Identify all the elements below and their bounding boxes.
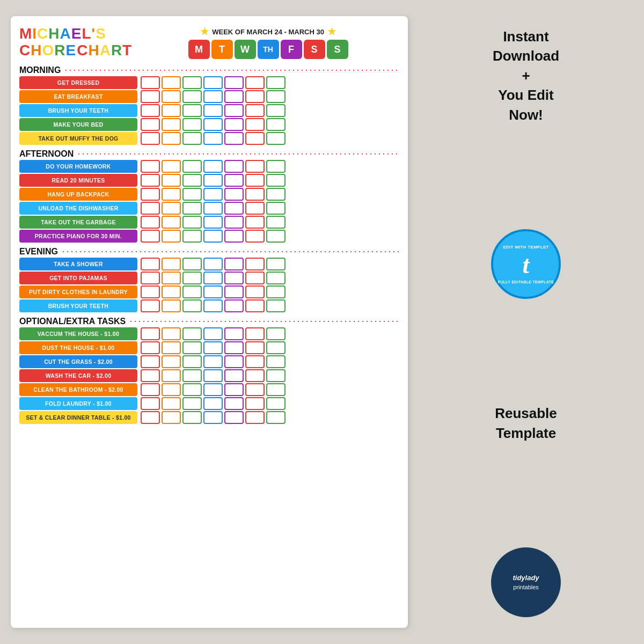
checkbox[interactable]: [141, 397, 160, 410]
checkbox[interactable]: [245, 341, 265, 354]
checkbox[interactable]: [182, 118, 202, 131]
checkbox[interactable]: [141, 341, 160, 354]
checkbox[interactable]: [245, 411, 265, 424]
checkbox[interactable]: [162, 355, 181, 368]
checkbox[interactable]: [203, 411, 223, 424]
checkbox[interactable]: [182, 383, 202, 396]
checkbox[interactable]: [266, 76, 286, 89]
checkbox[interactable]: [182, 272, 202, 284]
checkbox[interactable]: [141, 355, 160, 368]
checkbox[interactable]: [182, 355, 202, 368]
checkbox[interactable]: [266, 118, 286, 131]
checkbox[interactable]: [245, 327, 265, 340]
checkbox[interactable]: [245, 230, 265, 243]
checkbox[interactable]: [224, 76, 244, 89]
checkbox[interactable]: [224, 327, 244, 340]
checkbox[interactable]: [182, 160, 202, 173]
checkbox[interactable]: [182, 132, 202, 145]
checkbox[interactable]: [162, 90, 181, 103]
checkbox[interactable]: [266, 272, 286, 284]
checkbox[interactable]: [245, 383, 265, 396]
checkbox[interactable]: [224, 272, 244, 284]
checkbox[interactable]: [203, 174, 223, 187]
checkbox[interactable]: [162, 174, 181, 187]
checkbox[interactable]: [245, 174, 265, 187]
checkbox[interactable]: [266, 383, 286, 396]
checkbox[interactable]: [182, 230, 202, 243]
checkbox[interactable]: [266, 188, 286, 201]
checkbox[interactable]: [203, 90, 223, 103]
checkbox[interactable]: [224, 286, 244, 298]
checkbox[interactable]: [141, 230, 160, 243]
checkbox[interactable]: [203, 355, 223, 368]
checkbox[interactable]: [162, 216, 181, 229]
checkbox[interactable]: [182, 188, 202, 201]
checkbox[interactable]: [203, 286, 223, 298]
checkbox[interactable]: [203, 202, 223, 215]
checkbox[interactable]: [266, 327, 286, 340]
checkbox[interactable]: [182, 216, 202, 229]
checkbox[interactable]: [224, 132, 244, 145]
checkbox[interactable]: [224, 355, 244, 368]
checkbox[interactable]: [224, 160, 244, 173]
checkbox[interactable]: [266, 299, 286, 312]
checkbox[interactable]: [224, 216, 244, 229]
checkbox[interactable]: [141, 299, 160, 312]
checkbox[interactable]: [182, 286, 202, 298]
checkbox[interactable]: [141, 188, 160, 201]
checkbox[interactable]: [245, 258, 265, 270]
checkbox[interactable]: [266, 216, 286, 229]
checkbox[interactable]: [182, 202, 202, 215]
checkbox[interactable]: [162, 258, 181, 270]
checkbox[interactable]: [182, 327, 202, 340]
checkbox[interactable]: [162, 230, 181, 243]
checkbox[interactable]: [141, 118, 160, 131]
checkbox[interactable]: [203, 104, 223, 117]
checkbox[interactable]: [224, 299, 244, 312]
checkbox[interactable]: [182, 341, 202, 354]
checkbox[interactable]: [203, 272, 223, 284]
checkbox[interactable]: [266, 411, 286, 424]
checkbox[interactable]: [182, 369, 202, 382]
checkbox[interactable]: [224, 369, 244, 382]
checkbox[interactable]: [203, 216, 223, 229]
checkbox[interactable]: [203, 76, 223, 89]
checkbox[interactable]: [162, 299, 181, 312]
checkbox[interactable]: [141, 90, 160, 103]
checkbox[interactable]: [162, 188, 181, 201]
checkbox[interactable]: [203, 299, 223, 312]
checkbox[interactable]: [162, 118, 181, 131]
checkbox[interactable]: [141, 202, 160, 215]
checkbox[interactable]: [162, 202, 181, 215]
checkbox[interactable]: [266, 230, 286, 243]
checkbox[interactable]: [266, 355, 286, 368]
checkbox[interactable]: [266, 397, 286, 410]
checkbox[interactable]: [245, 397, 265, 410]
checkbox[interactable]: [224, 104, 244, 117]
checkbox[interactable]: [224, 202, 244, 215]
checkbox[interactable]: [141, 327, 160, 340]
checkbox[interactable]: [141, 104, 160, 117]
checkbox[interactable]: [245, 90, 265, 103]
checkbox[interactable]: [141, 411, 160, 424]
checkbox[interactable]: [266, 286, 286, 298]
checkbox[interactable]: [182, 411, 202, 424]
checkbox[interactable]: [162, 341, 181, 354]
checkbox[interactable]: [245, 286, 265, 298]
checkbox[interactable]: [141, 160, 160, 173]
checkbox[interactable]: [203, 383, 223, 396]
checkbox[interactable]: [266, 258, 286, 270]
checkbox[interactable]: [162, 369, 181, 382]
checkbox[interactable]: [203, 258, 223, 270]
checkbox[interactable]: [141, 258, 160, 270]
checkbox[interactable]: [141, 174, 160, 187]
checkbox[interactable]: [245, 118, 265, 131]
checkbox[interactable]: [203, 118, 223, 131]
checkbox[interactable]: [203, 132, 223, 145]
checkbox[interactable]: [245, 272, 265, 284]
checkbox[interactable]: [203, 397, 223, 410]
checkbox[interactable]: [182, 76, 202, 89]
checkbox[interactable]: [245, 160, 265, 173]
checkbox[interactable]: [162, 160, 181, 173]
checkbox[interactable]: [245, 132, 265, 145]
